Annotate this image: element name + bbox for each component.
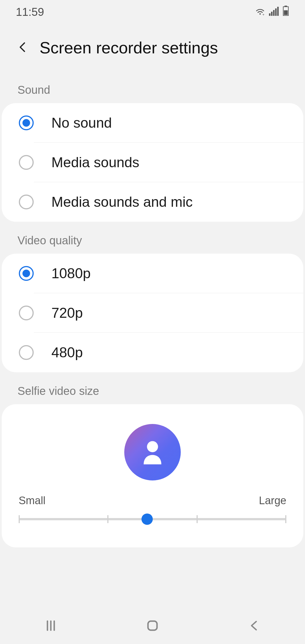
svg-rect-2 <box>271 12 273 16</box>
svg-rect-1 <box>269 13 271 16</box>
radio-label: No sound <box>34 103 303 143</box>
selfie-preview <box>19 418 286 495</box>
selfie-size-slider[interactable] <box>19 514 286 525</box>
page-title: Screen recorder settings <box>40 38 218 57</box>
recents-button[interactable] <box>42 617 59 634</box>
back-icon[interactable] <box>17 40 28 55</box>
radio-row-1080p[interactable]: 1080p <box>2 254 303 293</box>
svg-point-12 <box>19 195 33 209</box>
status-bar: 11:59 + <box>0 0 305 24</box>
radio-row-480p[interactable]: 480p <box>2 333 303 372</box>
radio-icon <box>19 194 34 210</box>
radio-label: 480p <box>34 333 303 372</box>
radio-icon <box>19 345 34 360</box>
radio-label: 1080p <box>34 254 303 293</box>
section-label-selfie: Selfie video size <box>0 372 305 404</box>
svg-point-17 <box>147 441 158 452</box>
slider-tick <box>19 515 20 523</box>
radio-label: Media sounds and mic <box>34 182 303 222</box>
svg-rect-5 <box>277 7 279 16</box>
slider-thumb[interactable] <box>141 514 153 525</box>
svg-rect-8 <box>284 10 288 15</box>
radio-label: 720p <box>34 293 303 333</box>
slider-labels: Small Large <box>19 495 286 514</box>
radio-label: Media sounds <box>34 143 303 182</box>
svg-point-15 <box>19 306 33 320</box>
slider-tick <box>285 515 286 523</box>
video-quality-card: 1080p 720p 480p <box>2 254 303 372</box>
navigation-bar <box>0 607 305 644</box>
radio-icon <box>19 305 34 321</box>
slider-tick <box>197 515 198 523</box>
sound-options-card: No sound Media sounds Media sounds and m… <box>2 103 303 222</box>
radio-icon <box>19 266 34 281</box>
svg-rect-3 <box>273 10 274 16</box>
home-button[interactable] <box>144 617 161 634</box>
person-icon <box>141 439 164 465</box>
slider-max-label: Large <box>259 495 286 507</box>
section-label-video-quality: Video quality <box>0 222 305 254</box>
svg-point-10 <box>23 119 30 127</box>
avatar <box>124 424 181 480</box>
svg-point-16 <box>19 346 33 360</box>
section-label-sound: Sound <box>0 71 305 103</box>
radio-row-media-sounds-and-mic[interactable]: Media sounds and mic <box>2 182 303 222</box>
svg-rect-21 <box>148 621 157 630</box>
slider-tick <box>107 515 108 523</box>
status-time: 11:59 <box>16 6 44 18</box>
status-indicators: + <box>255 6 289 18</box>
svg-point-14 <box>23 270 30 277</box>
svg-rect-4 <box>275 8 276 16</box>
battery-icon <box>282 6 289 18</box>
back-button[interactable] <box>246 617 263 634</box>
header: Screen recorder settings <box>0 24 305 71</box>
radio-icon <box>19 115 34 130</box>
radio-icon <box>19 155 34 170</box>
svg-text:+: + <box>262 13 264 16</box>
radio-row-no-sound[interactable]: No sound <box>2 103 303 143</box>
radio-row-720p[interactable]: 720p <box>2 293 303 333</box>
slider-min-label: Small <box>19 495 45 507</box>
selfie-size-card: Small Large <box>2 404 303 547</box>
svg-point-11 <box>19 156 33 169</box>
wifi-icon: + <box>255 6 265 18</box>
radio-row-media-sounds[interactable]: Media sounds <box>2 143 303 182</box>
signal-icon <box>269 6 279 18</box>
